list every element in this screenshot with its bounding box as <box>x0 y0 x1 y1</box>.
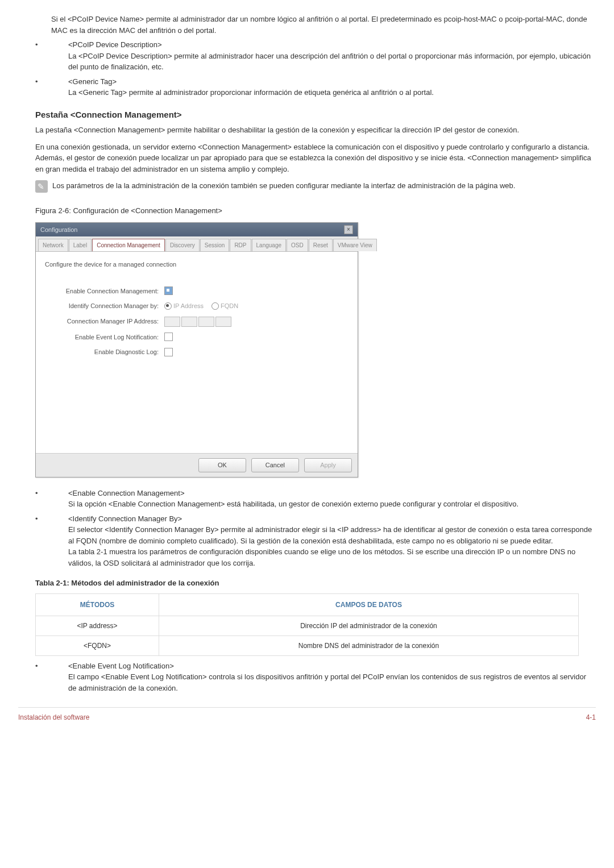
event-log-label: <Enable Event Log Notification> <box>68 661 596 672</box>
label-identify-by: Identify Connection Manager by: <box>45 301 164 311</box>
tab-vmware-view[interactable]: VMware View <box>333 239 377 251</box>
bullet-device-description: • <PCoIP Device Description> La <PCoIP D… <box>18 39 596 73</box>
tab-label[interactable]: Label <box>69 239 92 251</box>
bullet-dot: • <box>18 661 68 672</box>
cell-fqdn-method: <FQDN> <box>36 636 159 655</box>
label-diag-log: Enable Diagnostic Log: <box>45 347 164 357</box>
row-identify-by: Identify Connection Manager by: IP Addre… <box>45 301 349 311</box>
configuration-dialog: Configuration × Network Label Connection… <box>35 222 358 477</box>
cell-ip-field: Dirección IP del administrador de la con… <box>159 616 579 636</box>
cell-fqdn-field: Nombre DNS del administrador de la conex… <box>159 636 579 655</box>
ip-octet-2[interactable] <box>181 317 197 327</box>
bullet-dot: • <box>18 39 68 51</box>
section-p2: En una conexión gestionada, un servidor … <box>35 142 596 175</box>
radio-ip-address[interactable] <box>164 302 172 310</box>
row-event-log: Enable Event Log Notification: <box>45 333 349 342</box>
cancel-button[interactable]: Cancel <box>251 458 299 472</box>
ip-octet-1[interactable] <box>164 317 180 327</box>
ip-octet-4[interactable] <box>215 317 231 327</box>
page-footer: Instalación del software 4-1 <box>18 707 596 722</box>
ok-button[interactable]: OK <box>198 458 246 472</box>
bullet-generic-tag: • <Generic Tag> La <Generic Tag> permite… <box>18 76 596 98</box>
tab-reset[interactable]: Reset <box>309 239 333 251</box>
identify-by-label: <Identify Connection Manager By> <box>68 513 596 525</box>
device-name-para: Si el <PCoIP Device Name> permite al adm… <box>51 14 596 36</box>
note-block: Los parámetros de la la administración d… <box>35 180 596 193</box>
close-icon[interactable]: × <box>344 225 353 234</box>
th-metodos: MÉTODOS <box>36 593 159 616</box>
label-enable-cm: Enable Connection Management: <box>45 286 164 296</box>
checkbox-diag-log[interactable] <box>164 348 173 356</box>
tab-session[interactable]: Session <box>200 239 230 251</box>
bullet-identify-by: • <Identify Connection Manager By> El se… <box>18 513 596 569</box>
apply-button[interactable]: Apply <box>304 458 352 472</box>
cell-ip-method: <IP address> <box>36 616 159 636</box>
methods-table: MÉTODOS CAMPOS DE DATOS <IP address> Dir… <box>35 593 579 656</box>
dialog-titlebar: Configuration × <box>36 223 358 237</box>
tab-discovery[interactable]: Discovery <box>165 239 200 251</box>
note-text: Los parámetros de la la administración d… <box>52 180 596 192</box>
table-row: <FQDN> Nombre DNS del administrador de l… <box>36 636 579 655</box>
figure-caption: Figura 2-6: Configuración de <Connection… <box>35 205 596 217</box>
identify-by-text-1: El selector <Identify Connection Manager… <box>68 524 596 546</box>
section-heading: Pestaña <Connection Management> <box>35 109 596 122</box>
bullet-event-log: • <Enable Event Log Notification> El cam… <box>18 661 596 694</box>
dialog-footer: OK Cancel Apply <box>36 453 358 477</box>
ip-octet-3[interactable] <box>198 317 214 327</box>
table-title: Tabla 2-1: Métodos del administrador de … <box>35 578 596 589</box>
radio-ip-address-label: IP Address <box>173 301 204 311</box>
device-desc-label: <PCoIP Device Description> <box>68 39 596 51</box>
dialog-title-text: Configuration <box>40 225 77 235</box>
footer-right: 4-1 <box>586 712 596 722</box>
generic-tag-text: La <Generic Tag> permite al administrado… <box>68 87 596 98</box>
bullet-dot: • <box>18 513 68 525</box>
bullet-dot: • <box>18 488 68 499</box>
event-log-text: El campo <Enable Event Log Notification>… <box>68 671 596 693</box>
label-cm-ip: Connection Manager IP Address: <box>45 317 164 326</box>
row-diag-log: Enable Diagnostic Log: <box>45 347 349 357</box>
tab-connection-management[interactable]: Connection Management <box>92 239 165 251</box>
dialog-tabs: Network Label Connection Management Disc… <box>36 236 358 252</box>
dialog-description: Configure the device for a managed conne… <box>45 260 349 269</box>
footer-left: Instalación del software <box>18 712 89 722</box>
tab-network[interactable]: Network <box>38 239 68 251</box>
table-row: <IP address> Dirección IP del administra… <box>36 616 579 636</box>
identify-by-text-2: La tabla 2-1 muestra los parámetros de c… <box>68 546 596 568</box>
checkbox-enable-cm[interactable] <box>164 286 173 295</box>
dialog-body: Configure the device for a managed conne… <box>36 252 358 453</box>
radio-fqdn[interactable] <box>211 302 219 310</box>
note-icon <box>35 180 48 193</box>
bullet-dot: • <box>18 76 68 88</box>
label-event-log: Enable Event Log Notification: <box>45 333 164 342</box>
row-enable-cm: Enable Connection Management: <box>45 286 349 296</box>
bullet-enable-cm: • <Enable Connection Management> Si la o… <box>18 488 596 510</box>
row-cm-ip: Connection Manager IP Address: <box>45 317 349 327</box>
device-desc-text: La <PCoIP Device Description> permite al… <box>68 51 596 73</box>
enable-cm-text: Si la opción <Enable Connection Manageme… <box>68 499 596 510</box>
checkbox-event-log[interactable] <box>164 333 173 341</box>
th-campos: CAMPOS DE DATOS <box>159 593 579 616</box>
enable-cm-label: <Enable Connection Management> <box>68 488 596 499</box>
radio-fqdn-label: FQDN <box>221 301 238 311</box>
section-p1: La pestaña <Connection Management> permi… <box>35 124 596 136</box>
tab-language[interactable]: Language <box>252 239 287 251</box>
tab-rdp[interactable]: RDP <box>230 239 251 251</box>
tab-osd[interactable]: OSD <box>287 239 308 251</box>
generic-tag-label: <Generic Tag> <box>68 76 596 88</box>
